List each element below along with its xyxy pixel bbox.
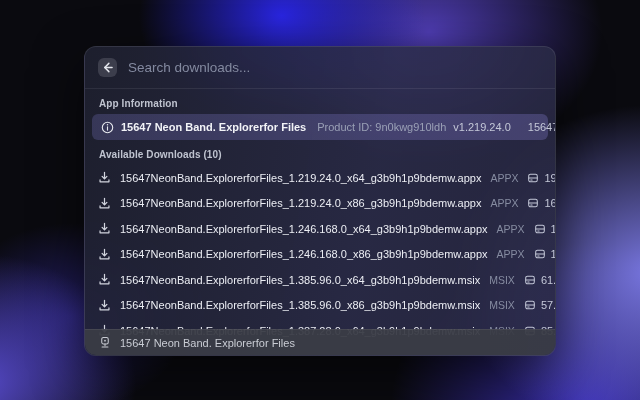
- drive-icon: [534, 248, 546, 260]
- download-row[interactable]: 15647NeonBand.ExplorerforFiles_1.246.168…: [85, 242, 555, 268]
- download-type-badge: MSIX: [489, 299, 515, 311]
- drive-icon: [524, 299, 536, 311]
- app-name: 15647 Neon Band. Explorerfor Files: [121, 121, 306, 133]
- download-size-group: 19.37 MB: [534, 223, 556, 235]
- drive-icon: [524, 274, 536, 286]
- download-size: 17.04 MB: [551, 248, 556, 260]
- download-filename: 15647NeonBand.ExplorerforFiles_1.246.168…: [120, 248, 488, 260]
- download-row[interactable]: 15647NeonBand.ExplorerforFiles_1.246.168…: [85, 216, 555, 242]
- download-type-badge: APPX: [497, 223, 525, 235]
- footer-app-name: 15647 Neon Band. Explorerfor Files: [120, 337, 295, 349]
- download-filename: 15647NeonBand.ExplorerforFiles_1.219.24.…: [120, 197, 481, 209]
- download-filename: 15647NeonBand.ExplorerforFiles_1.246.168…: [120, 223, 488, 235]
- download-size-group: 17.04 MB: [534, 248, 556, 260]
- download-type-badge: APPX: [490, 197, 518, 209]
- back-button[interactable]: [98, 58, 117, 77]
- available-downloads-heading: Available Downloads (10): [85, 140, 555, 165]
- download-size: 61.34 MB: [541, 274, 556, 286]
- app-information-row[interactable]: 15647 Neon Band. Explorerfor Files Produ…: [92, 114, 548, 140]
- drive-icon: [527, 197, 539, 209]
- drive-icon: [534, 223, 546, 235]
- downloads-panel: App Information 15647 Neon Band. Explore…: [84, 46, 556, 356]
- download-size: 19.31 MB: [544, 172, 556, 184]
- download-size-group: 19.31 MB: [527, 172, 556, 184]
- downloads-list: 15647NeonBand.ExplorerforFiles_1.219.24.…: [85, 165, 555, 344]
- download-filename: 15647NeonBand.ExplorerforFiles_1.385.96.…: [120, 299, 480, 311]
- download-size-group: 16.89 MB: [527, 197, 556, 209]
- download-type-badge: APPX: [497, 248, 525, 260]
- app-publisher: 15647 Neon Band: [528, 121, 556, 133]
- download-filename: 15647NeonBand.ExplorerforFiles_1.219.24.…: [120, 172, 481, 184]
- download-row[interactable]: 15647NeonBand.ExplorerforFiles_1.219.24.…: [85, 165, 555, 191]
- download-icon: [98, 273, 111, 286]
- download-icon: [98, 171, 111, 184]
- download-icon: [98, 299, 111, 312]
- download-row[interactable]: 15647NeonBand.ExplorerforFiles_1.385.96.…: [85, 293, 555, 319]
- download-filename: 15647NeonBand.ExplorerforFiles_1.385.96.…: [120, 274, 480, 286]
- download-size: 57.36 MB: [541, 299, 556, 311]
- download-icon: [98, 197, 111, 210]
- download-size-group: 61.34 MB: [524, 274, 556, 286]
- download-size: 16.89 MB: [544, 197, 556, 209]
- app-meta: v1.219.24.0 15647 Neon Band: [453, 121, 556, 133]
- download-size: 19.37 MB: [551, 223, 556, 235]
- app-product-id: Product ID: 9n0kwg910ldh: [317, 121, 446, 133]
- download-icon: [98, 222, 111, 235]
- download-row[interactable]: 15647NeonBand.ExplorerforFiles_1.219.24.…: [85, 191, 555, 217]
- arrow-left-icon: [102, 62, 113, 73]
- desktop-wallpaper: { "search": { "placeholder": "Search dow…: [0, 0, 640, 400]
- drive-icon: [527, 172, 539, 184]
- search-bar: [85, 47, 555, 89]
- app-information-heading: App Information: [85, 89, 555, 114]
- footer-status-bar: 15647 Neon Band. Explorerfor Files: [85, 329, 555, 355]
- download-row[interactable]: 15647NeonBand.ExplorerforFiles_1.385.96.…: [85, 267, 555, 293]
- download-type-badge: APPX: [490, 172, 518, 184]
- info-circle-icon: [101, 121, 114, 134]
- download-type-badge: MSIX: [489, 274, 515, 286]
- download-size-group: 57.36 MB: [524, 299, 556, 311]
- download-icon: [98, 248, 111, 261]
- app-version: v1.219.24.0: [453, 121, 511, 133]
- app-window-icon: [99, 336, 111, 349]
- search-input[interactable]: [128, 60, 542, 75]
